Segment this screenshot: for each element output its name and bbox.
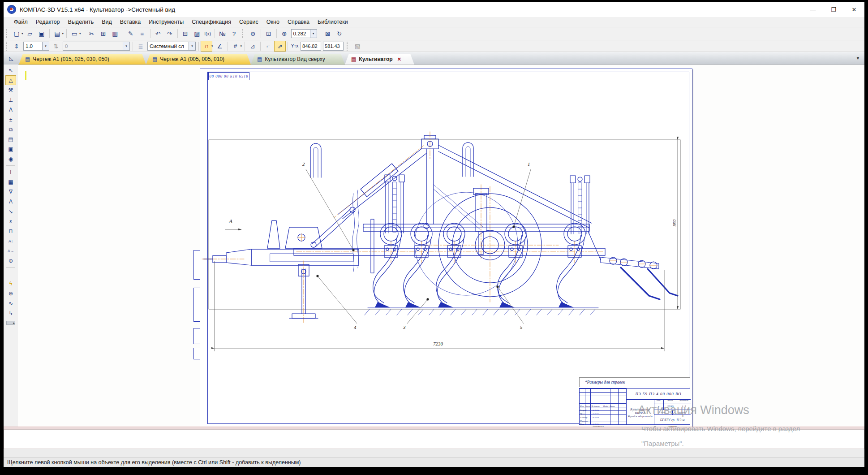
insert-icon[interactable]: ◉	[5, 154, 16, 164]
selection-tool-icon[interactable]: ◺	[6, 53, 17, 63]
height-dimension[interactable]: 1050	[673, 140, 678, 309]
copy-properties-button[interactable]: ✎	[125, 28, 137, 39]
view-save-icon[interactable]: ⧉	[5, 125, 16, 134]
save-button[interactable]: ▣	[36, 28, 47, 39]
edit-hammer-icon[interactable]: ⚒	[5, 85, 16, 95]
drawing-canvas[interactable]: 08 000 00 Е10 6510	[18, 65, 864, 427]
zoom-combo-caret[interactable]: ▾	[310, 30, 317, 38]
properties-button[interactable]: ≡	[137, 28, 148, 39]
minimize-button[interactable]: —	[803, 2, 823, 17]
local-cs-icon[interactable]: ⊿	[247, 41, 258, 52]
fit-page-button[interactable]: ⊠	[322, 28, 334, 39]
coord-y-field[interactable]: 581.43	[323, 42, 344, 51]
view-arrow-icon[interactable]: A→	[5, 246, 16, 256]
context-help-button[interactable]: ?	[228, 28, 240, 39]
support-jack[interactable]	[289, 261, 318, 323]
restore-button[interactable]: ❐	[823, 2, 844, 17]
layer-style-caret[interactable]: ▾	[189, 42, 195, 50]
preview-dropdown[interactable]: ▾	[79, 32, 81, 35]
view-label[interactable]: А	[225, 218, 241, 229]
leader-icon[interactable]: ↘	[5, 207, 16, 216]
axis-icon[interactable]: ⊕	[5, 289, 16, 298]
ortho-mode-icon[interactable]: ⇗	[274, 41, 286, 52]
part-mark-icon[interactable]: ε	[5, 216, 16, 226]
parametrize-icon[interactable]: ⊥	[5, 95, 16, 105]
menu-help[interactable]: Справка	[284, 18, 314, 26]
menu-file[interactable]: Файл	[10, 18, 32, 26]
cultivator-drawing[interactable]: 7230 1050 А 2	[200, 69, 693, 427]
zoom-window-button[interactable]: ⊡	[263, 28, 275, 39]
close-button[interactable]: ✕	[844, 2, 864, 17]
toolbar-grip[interactable]	[347, 42, 350, 51]
reference-note[interactable]: *Размеры для справок	[579, 377, 690, 387]
function-button[interactable]: f(x)	[203, 28, 213, 39]
toolbar-grip[interactable]	[242, 29, 245, 38]
layers-icon[interactable]: ≣	[135, 41, 146, 52]
change-table-icon[interactable]: ⊓	[5, 226, 16, 236]
undo-button[interactable]: ↶	[152, 28, 164, 39]
print-dropdown[interactable]: ▾	[62, 32, 64, 35]
variables-button[interactable]: ▨	[191, 28, 203, 39]
toolbar-grip[interactable]	[6, 42, 9, 51]
zoom-combo[interactable]: 0.282▾	[291, 29, 317, 38]
scale-combo-caret[interactable]: ▾	[42, 42, 49, 50]
menu-select[interactable]: Выделить	[64, 18, 98, 26]
current-scale-icon[interactable]: ⇕	[11, 41, 22, 52]
ground[interactable]	[365, 308, 598, 315]
text-tool-icon[interactable]: Т	[5, 167, 16, 177]
specification-icon[interactable]: ▤	[5, 134, 16, 144]
pick-icon[interactable]: ↖	[5, 65, 16, 75]
datum-icon[interactable]: A	[5, 197, 16, 207]
angle-snap-icon[interactable]: ∠	[214, 41, 226, 52]
snap-dropdown[interactable]: ▾	[211, 44, 213, 48]
menu-libraries[interactable]: Библиотеки	[314, 18, 352, 26]
adjusting-rods[interactable]	[310, 142, 590, 234]
coord-x-field[interactable]: 846.82	[301, 42, 321, 51]
tab-cultivator-top-view[interactable]: ▤ Культиватор Вид сверху	[251, 54, 345, 65]
scale-combo[interactable]: 1.0▾	[23, 42, 49, 51]
table-tool-icon[interactable]: ▦	[5, 177, 16, 187]
measure-icon[interactable]: Λ	[5, 105, 16, 115]
tab-overflow-button[interactable]: ▼	[856, 56, 860, 60]
new-document-button[interactable]: ▢	[11, 28, 22, 39]
toolbar-grip[interactable]	[6, 29, 9, 38]
open-button[interactable]: ▱	[24, 28, 36, 39]
zoom-out-button[interactable]: ⊖	[247, 28, 259, 39]
redo-button[interactable]: ↷	[164, 28, 176, 39]
menu-service[interactable]: Сервис	[235, 18, 262, 26]
centerline-icon[interactable]: -·-	[5, 269, 16, 279]
paste-button[interactable]: ▥	[109, 28, 121, 39]
tab-drawing-a1-015[interactable]: ▤ Чертеж А1 (015, 025, 030, 050)	[19, 54, 146, 65]
center-mark-icon[interactable]: ⊕	[5, 256, 16, 266]
cut-button[interactable]: ✂	[86, 28, 98, 39]
menu-specification[interactable]: Спецификация	[188, 18, 235, 26]
corner-icon[interactable]: ⌐	[262, 41, 274, 52]
grid-icon[interactable]: #	[230, 41, 241, 52]
tab-cultivator[interactable]: ▤ Культиватор ✕	[345, 54, 414, 65]
new-document-dropdown[interactable]: ▾	[21, 32, 23, 35]
menu-view[interactable]: Вид	[98, 18, 116, 26]
grid-dropdown[interactable]: ▾	[241, 44, 242, 48]
spring-tines[interactable]	[373, 223, 585, 307]
geometry-icon[interactable]: △	[5, 75, 16, 85]
roughness-icon[interactable]: ∇	[5, 187, 16, 197]
approve-icon[interactable]: ±	[5, 115, 16, 125]
tab-close-icon[interactable]: ✕	[397, 56, 401, 62]
copy-button[interactable]: ⊞	[98, 28, 109, 39]
menu-insert[interactable]: Вставка	[116, 18, 145, 26]
wave-line-icon[interactable]: ∿	[5, 298, 16, 308]
auto-axis-icon[interactable]: ϟ	[5, 279, 16, 289]
bent-leader-icon[interactable]: ↳	[5, 308, 16, 318]
drawing-sheet[interactable]: 08 000 00 Е10 6510	[200, 69, 692, 427]
zoom-in-button[interactable]: ⊕	[279, 28, 290, 39]
snap-magnet-icon[interactable]: ∩	[201, 41, 212, 52]
menu-window[interactable]: Окно	[262, 18, 284, 26]
report-icon[interactable]: ▣	[5, 144, 16, 154]
view-boundary[interactable]	[209, 140, 680, 309]
refresh-view-button[interactable]: ↻	[334, 28, 345, 39]
panel-scroll-grip[interactable]: ▸	[6, 321, 15, 325]
datum-arrow-icon[interactable]: A↓	[5, 236, 16, 246]
tab-drawing-a1-005[interactable]: ▤ Чертеж А1 (005, 005, 010)	[146, 54, 251, 65]
print-button[interactable]: ▤	[52, 28, 63, 39]
task-button[interactable]: №	[217, 28, 228, 39]
